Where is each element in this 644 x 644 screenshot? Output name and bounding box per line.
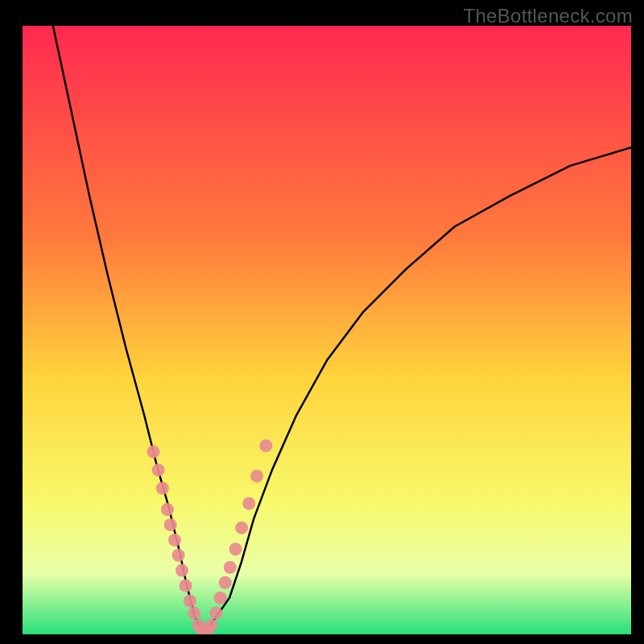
marker-point (147, 445, 160, 458)
marker-point (229, 543, 242, 555)
marker-point (184, 594, 196, 607)
marker-point (172, 549, 185, 562)
gradient-background (23, 26, 631, 634)
marker-point (156, 482, 169, 495)
marker-point (219, 576, 232, 589)
marker-point (180, 580, 192, 592)
chart-container: TheBottleneck.com (0, 0, 644, 644)
marker-point (152, 464, 165, 477)
marker-point (209, 607, 222, 620)
marker-point (224, 561, 237, 574)
marker-point (175, 564, 188, 577)
marker-point (188, 607, 200, 620)
marker-point (164, 518, 177, 531)
marker-point (242, 497, 255, 510)
marker-point (259, 440, 272, 452)
plot-area (23, 26, 631, 634)
marker-point (161, 503, 174, 516)
marker-point (235, 522, 248, 535)
marker-point (214, 592, 227, 605)
bottleneck-chart (23, 26, 631, 634)
marker-point (250, 469, 263, 482)
watermark-text: TheBottleneck.com (463, 5, 633, 27)
marker-point (168, 534, 181, 547)
marker-point (204, 619, 217, 632)
